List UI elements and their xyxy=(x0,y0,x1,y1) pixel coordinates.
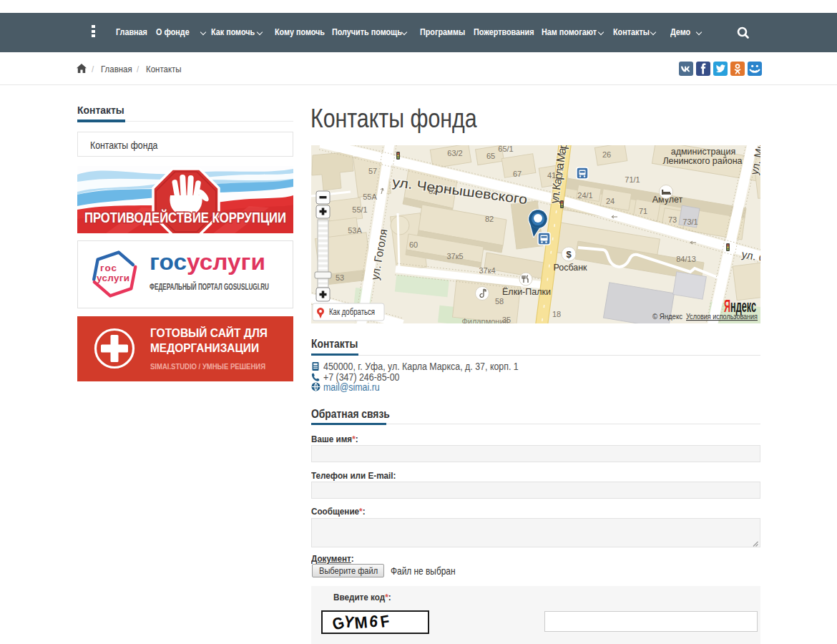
svg-text:62: 62 xyxy=(429,187,437,195)
svg-text:71: 71 xyxy=(639,207,647,215)
svg-text:82: 82 xyxy=(485,215,494,223)
svg-text:67: 67 xyxy=(513,170,522,178)
svg-text:Ёлки-Палки: Ёлки-Палки xyxy=(502,287,551,297)
svg-text:18: 18 xyxy=(552,310,561,318)
svg-text:администрация: администрация xyxy=(671,147,736,157)
svg-text:41: 41 xyxy=(547,171,556,180)
svg-text:73: 73 xyxy=(668,215,677,224)
svg-text:63/2: 63/2 xyxy=(447,149,462,157)
svg-text:55А: 55А xyxy=(363,192,377,201)
svg-text:58: 58 xyxy=(495,297,504,306)
svg-text:госуслуги: госуслуги xyxy=(150,250,265,275)
svg-text:ПРОТИВОДЕЙСТВИЕ КОРРУПЦИИ: ПРОТИВОДЕЙСТВИЕ КОРРУПЦИИ xyxy=(84,209,286,225)
svg-text:65/1: 65/1 xyxy=(498,145,513,153)
svg-text:Росбанк: Росбанк xyxy=(553,263,587,273)
svg-text:73/1: 73/1 xyxy=(682,218,698,226)
svg-text:24/1: 24/1 xyxy=(577,191,592,200)
svg-text:26: 26 xyxy=(602,150,611,159)
svg-text:57: 57 xyxy=(368,167,377,175)
svg-text:53А: 53А xyxy=(348,226,362,235)
svg-text:МЕДОРГАНИЗАЦИИ: МЕДОРГАНИЗАЦИИ xyxy=(150,341,259,354)
svg-text:гос: гос xyxy=(100,263,117,273)
svg-text:71/1: 71/1 xyxy=(625,175,640,184)
svg-text:65: 65 xyxy=(486,152,495,160)
svg-text:Филармония: Филармония xyxy=(461,317,508,323)
svg-text:ФЕДЕРАЛЬНЫЙ ПОРТАЛ GOSUSLUGI.R: ФЕДЕРАЛЬНЫЙ ПОРТАЛ GOSUSLUGI.RU xyxy=(150,281,269,292)
svg-text:53: 53 xyxy=(336,273,344,282)
svg-text:услуги: услуги xyxy=(97,273,129,283)
svg-text:37к4: 37к4 xyxy=(479,266,495,275)
svg-text:ГОТОВЫЙ САЙТ ДЛЯ: ГОТОВЫЙ САЙТ ДЛЯ xyxy=(150,326,268,339)
svg-text:Как добраться: Как добраться xyxy=(329,307,375,317)
svg-text:SIMAI.STUDIO / УМНЫЕ РЕШЕНИЯ: SIMAI.STUDIO / УМНЫЕ РЕШЕНИЯ xyxy=(150,362,265,371)
svg-text:37к5: 37к5 xyxy=(446,252,463,260)
svg-text:© Яндекс: © Яндекс xyxy=(652,312,682,321)
svg-text:55/1: 55/1 xyxy=(352,205,367,214)
svg-text:Условия использования: Условия использования xyxy=(686,312,758,321)
svg-text:$: $ xyxy=(566,249,572,260)
svg-text:24: 24 xyxy=(606,197,615,205)
svg-text:60: 60 xyxy=(409,240,418,249)
svg-text:Ленинского района: Ленинского района xyxy=(662,156,742,166)
svg-text:84/13: 84/13 xyxy=(676,255,696,263)
